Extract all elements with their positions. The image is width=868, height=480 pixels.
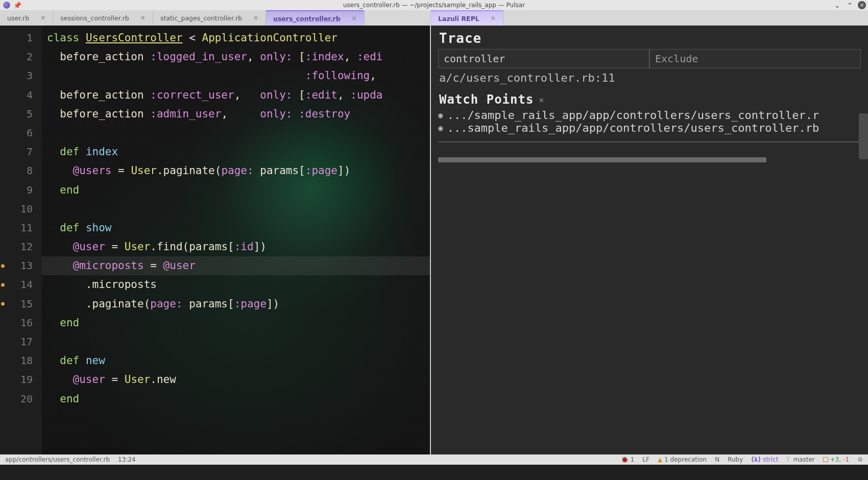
tab-label: users_controller.rb xyxy=(273,15,341,22)
tab-label: Lazuli REPL xyxy=(438,15,479,22)
status-strict-label: strict xyxy=(763,456,779,463)
window-titlebar: 📌 users_controller.rb — ~/projects/sampl… xyxy=(0,0,868,10)
line-number[interactable]: 5 xyxy=(0,105,33,124)
diff-box-icon xyxy=(823,457,828,462)
watch-point-item[interactable]: ◉.../sample_rails_app/app/controllers/us… xyxy=(438,109,864,122)
diff-removed-label: -1 xyxy=(843,456,849,463)
watch-points-list: ◉.../sample_rails_app/app/controllers/us… xyxy=(431,108,868,137)
code-line[interactable]: before_action :admin_user, only: :destro… xyxy=(47,105,430,124)
settings-gear-icon[interactable]: ⚙ xyxy=(857,456,863,463)
line-number[interactable]: 4 xyxy=(0,86,33,105)
code-line[interactable]: class UsersController < ApplicationContr… xyxy=(47,29,430,47)
code-line[interactable]: :following, xyxy=(47,66,430,85)
minimize-icon[interactable]: ⌄ xyxy=(832,2,842,9)
line-number[interactable]: 11 xyxy=(0,219,33,237)
status-mode-indicator[interactable]: N xyxy=(715,456,719,463)
code-line[interactable]: @user = User.new xyxy=(47,370,430,389)
code-line[interactable]: end xyxy=(47,314,430,332)
line-number[interactable]: 2 xyxy=(0,47,33,66)
editor-tab[interactable]: sessions_controller.rb✕ xyxy=(53,10,153,26)
line-number[interactable]: 17 xyxy=(0,332,33,351)
status-file-path[interactable]: app/controllers/users_controller.rb xyxy=(5,456,110,463)
status-line-ending[interactable]: LF xyxy=(642,456,649,463)
code-line[interactable]: before_action :correct_user, only: [:edi… xyxy=(47,86,430,105)
editor-tab[interactable]: user.rb✕ xyxy=(0,10,53,26)
line-number[interactable]: 13 xyxy=(0,256,33,275)
code-line[interactable]: end xyxy=(47,390,430,409)
tab-close-icon[interactable]: ✕ xyxy=(40,14,45,21)
code-area[interactable]: class UsersController < ApplicationContr… xyxy=(42,26,430,454)
pin-icon[interactable]: 📌 xyxy=(13,2,21,9)
code-line[interactable] xyxy=(47,200,430,219)
eye-icon[interactable]: ◉ xyxy=(438,123,443,133)
status-deprecation-label: 1 deprecation xyxy=(664,456,707,463)
code-line[interactable] xyxy=(47,124,430,142)
line-number-gutter[interactable]: 1234567891011121314151617181920 xyxy=(0,26,42,454)
code-line[interactable] xyxy=(47,332,430,351)
line-number[interactable]: 16 xyxy=(0,314,33,332)
tab-close-icon[interactable]: ✕ xyxy=(491,15,496,22)
tab-close-icon[interactable]: ✕ xyxy=(352,15,357,22)
code-line[interactable]: def new xyxy=(47,351,430,370)
repl-vertical-scrollbar[interactable] xyxy=(859,113,868,159)
maximize-icon[interactable]: ⌃ xyxy=(845,2,855,9)
status-deprecations[interactable]: ▲ 1 deprecation xyxy=(658,456,707,463)
status-language[interactable]: Ruby xyxy=(728,456,743,463)
repl-tab-bar: Lazuli REPL✕ xyxy=(431,10,868,26)
code-line[interactable]: .paginate(page: params[:page]) xyxy=(47,295,430,314)
repl-horizontal-scrollbar[interactable] xyxy=(438,157,859,163)
code-line[interactable]: def show xyxy=(47,219,430,237)
code-line[interactable]: @user = User.find(params[:id]) xyxy=(47,237,430,256)
code-line[interactable]: @users = User.paginate(page: params[:pag… xyxy=(47,161,430,180)
window-close-button[interactable]: ✕ xyxy=(858,1,866,9)
tab-label: static_pages_controller.rb xyxy=(160,14,242,22)
line-number[interactable]: 1 xyxy=(0,29,33,47)
line-number[interactable]: 15 xyxy=(0,295,33,314)
status-cursor-position[interactable]: 13:24 xyxy=(118,456,136,463)
watch-points-close-icon[interactable]: ✕ xyxy=(539,95,544,105)
line-number[interactable]: 20 xyxy=(0,390,33,409)
window-title: users_controller.rb — ~/projects/sample_… xyxy=(0,2,868,9)
line-number[interactable]: 10 xyxy=(0,200,33,219)
code-editor[interactable]: 1234567891011121314151617181920 class Us… xyxy=(0,26,430,454)
trace-exclude-input[interactable] xyxy=(649,49,861,68)
lambda-icon: (λ) xyxy=(751,456,761,463)
trace-include-input[interactable] xyxy=(438,49,649,68)
line-number[interactable]: 19 xyxy=(0,370,33,389)
status-errors[interactable]: 🐞 1 xyxy=(621,456,635,463)
editor-tab[interactable]: users_controller.rb✕ xyxy=(266,10,365,26)
repl-divider xyxy=(438,141,863,142)
watch-point-path: .../sample_rails_app/app/controllers/use… xyxy=(447,109,819,122)
code-line[interactable]: .microposts xyxy=(47,275,430,294)
tab-label: sessions_controller.rb xyxy=(60,14,129,22)
line-number[interactable]: 3 xyxy=(0,66,33,85)
repl-tab[interactable]: Lazuli REPL✕ xyxy=(431,10,503,26)
tab-close-icon[interactable]: ✕ xyxy=(140,14,146,21)
line-number[interactable]: 9 xyxy=(0,181,33,200)
watch-point-item[interactable]: ◉...sample_rails_app/app/controllers/use… xyxy=(438,122,864,134)
warning-icon: ▲ xyxy=(658,456,662,463)
line-number[interactable]: 18 xyxy=(0,351,33,370)
code-line[interactable]: before_action :logged_in_user, only: [:i… xyxy=(47,47,430,66)
watch-points-heading: Watch Points xyxy=(439,92,534,107)
eye-icon[interactable]: ◉ xyxy=(438,110,443,120)
status-bar: app/controllers/users_controller.rb 13:2… xyxy=(0,454,868,465)
lazuli-repl-panel: Trace a/c/users_controller.rb:11 Watch P… xyxy=(431,26,868,454)
code-line[interactable]: @microposts = @user xyxy=(42,256,430,275)
line-number[interactable]: 6 xyxy=(0,124,33,142)
status-error-count: 1 xyxy=(631,456,635,463)
line-number[interactable]: 7 xyxy=(0,142,33,161)
line-number[interactable]: 8 xyxy=(0,161,33,180)
bug-icon: 🐞 xyxy=(621,456,629,463)
tab-close-icon[interactable]: ✕ xyxy=(253,14,258,21)
editor-tab[interactable]: static_pages_controller.rb✕ xyxy=(153,10,266,26)
status-strict[interactable]: (λ) strict xyxy=(751,456,778,463)
code-line[interactable]: end xyxy=(47,181,430,200)
line-number[interactable]: 14 xyxy=(0,275,33,294)
watch-point-path: ...sample_rails_app/app/controllers/user… xyxy=(447,122,819,134)
trace-matched-path: a/c/users_controller.rb:11 xyxy=(431,68,868,86)
status-git-diff[interactable]: +3, -1 xyxy=(823,456,849,463)
code-line[interactable]: def index xyxy=(47,142,430,161)
line-number[interactable]: 12 xyxy=(0,237,33,256)
status-git-branch[interactable]: master xyxy=(786,456,814,463)
